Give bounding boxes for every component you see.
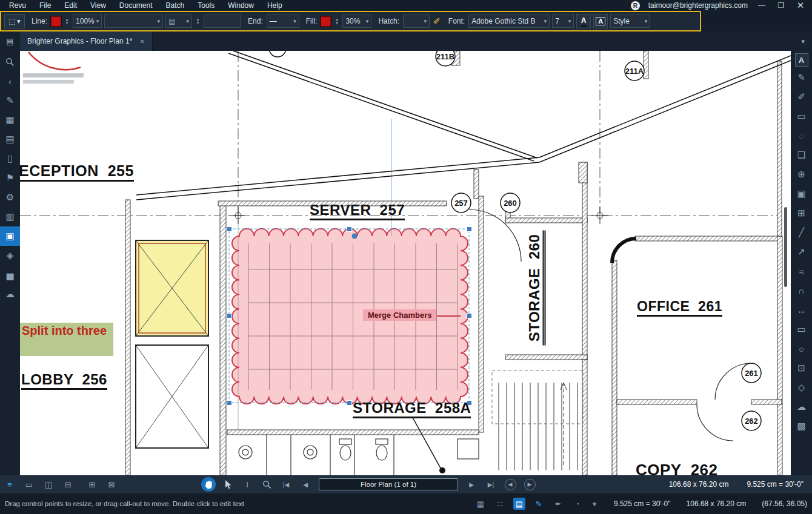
sets-icon[interactable]: ▅: [0, 265, 20, 285]
hatch-select[interactable]: ▾: [403, 15, 430, 28]
line-color-stepper[interactable]: ▴▾: [64, 18, 70, 25]
next-view-icon[interactable]: ▶: [520, 475, 539, 493]
file-properties-icon[interactable]: ▯: [0, 149, 20, 168]
insert-pages-icon[interactable]: ⊞: [82, 475, 102, 493]
vertical-scrollbar[interactable]: [784, 207, 787, 287]
fill-color-swatch[interactable]: [321, 16, 331, 27]
layers-icon[interactable]: ◈: [0, 246, 20, 265]
menu-item-view[interactable]: View: [84, 0, 113, 11]
image-tool-icon[interactable]: ▣: [791, 184, 812, 203]
compass-icon[interactable]: ◔: [571, 499, 584, 509]
zoom-tool-icon[interactable]: [257, 475, 276, 493]
menu-item-revu[interactable]: Revu: [2, 0, 33, 11]
eraser-tool-icon[interactable]: ▭: [791, 107, 812, 126]
selection-mode-button[interactable]: ⬚▾: [4, 14, 25, 28]
markup-tools-icon[interactable]: ✎: [0, 91, 20, 110]
grid-icon[interactable]: ▦: [474, 499, 487, 509]
highlighter-tool-icon[interactable]: ✐: [791, 87, 812, 107]
pan-tool-icon[interactable]: [199, 475, 218, 493]
highlighter-icon[interactable]: ✐: [433, 16, 441, 26]
line-tool-icon[interactable]: ╱: [791, 223, 812, 242]
hatch-tool-icon[interactable]: ▩: [791, 417, 812, 436]
lasso-tool-icon[interactable]: ◌: [791, 126, 812, 145]
page-navigation-box[interactable]: Floor Plan (1 of 1): [319, 478, 458, 490]
pdf-canvas[interactable]: 211B 211A 257 260 261 262 ECEPTION 255 S…: [20, 51, 791, 475]
cloud-tool-icon[interactable]: ☁: [791, 397, 812, 417]
polygon-tool-icon[interactable]: ◇: [791, 378, 812, 397]
font-size-select[interactable]: 7▾: [552, 15, 574, 28]
panel-toggle-icon[interactable]: ▤: [0, 37, 20, 46]
flags-icon[interactable]: ⚑: [0, 168, 20, 188]
line-pattern-select[interactable]: ▤▾: [165, 15, 192, 28]
menu-item-window[interactable]: Window: [221, 0, 261, 11]
font-color-button[interactable]: A: [576, 14, 591, 28]
line-opacity-select[interactable]: 100%▾: [73, 15, 102, 28]
snap-to-grid-icon[interactable]: ∷: [494, 499, 506, 509]
previous-view-icon[interactable]: ◀: [501, 475, 520, 493]
tab-overflow-icon[interactable]: ▾: [801, 38, 812, 45]
collapse-panel-icon[interactable]: ‹: [0, 71, 20, 91]
select-tool-icon[interactable]: [218, 475, 238, 493]
close-icon[interactable]: ✕: [795, 0, 806, 11]
extract-pages-icon[interactable]: ⊠: [102, 475, 121, 493]
line-style-select[interactable]: ▾: [104, 15, 163, 28]
menu-item-document[interactable]: Document: [113, 0, 159, 11]
settings-gear-icon[interactable]: ⚙: [0, 188, 20, 207]
tool-chest-icon[interactable]: ▣: [0, 226, 20, 246]
single-pane-icon[interactable]: ▭: [19, 475, 39, 493]
style-select[interactable]: Style▾: [610, 15, 650, 28]
minimize-icon[interactable]: —: [756, 1, 767, 10]
split-note-highlight[interactable]: Split into three: [20, 323, 113, 356]
menu-item-help[interactable]: Help: [261, 0, 289, 11]
markups-list-toggle-icon[interactable]: ≡: [0, 475, 19, 493]
statusbar-scale: 9.525 cm = 30'-0": [614, 499, 671, 508]
line-color-swatch[interactable]: [51, 16, 61, 27]
tab-close-icon[interactable]: ✕: [139, 38, 144, 45]
menu-item-file[interactable]: File: [33, 0, 58, 11]
callout-tool-icon[interactable]: ❏: [791, 145, 812, 165]
fill-opacity-select[interactable]: 30%▾: [342, 15, 371, 28]
thumbnails-icon[interactable]: ▦: [0, 110, 20, 130]
bookmarks-icon[interactable]: ▤: [0, 130, 20, 149]
arc-tool-icon[interactable]: ∩: [791, 281, 812, 300]
studio-icon[interactable]: ☁: [0, 285, 20, 304]
previous-page-icon[interactable]: ◀: [296, 475, 315, 493]
fill-opacity-value: 30%: [345, 17, 360, 25]
next-page-icon[interactable]: ▶: [462, 475, 481, 493]
note-tool-icon[interactable]: ⊕: [791, 165, 812, 184]
select-text-icon[interactable]: I: [238, 475, 257, 493]
end-style-select[interactable]: —▾: [267, 15, 299, 28]
text-profile-tool[interactable]: A: [791, 52, 812, 68]
text-box-button[interactable]: A: [593, 14, 608, 28]
snap-to-markup-icon[interactable]: ✎: [533, 499, 545, 509]
merge-note-text[interactable]: Merge Chambers: [363, 309, 436, 321]
snap-to-content-icon[interactable]: ▤: [513, 498, 525, 510]
polyline-tool-icon[interactable]: ≈: [791, 262, 812, 281]
menu-item-tools[interactable]: Tools: [191, 0, 221, 11]
account-email[interactable]: taimoor@brightergraphics.com: [648, 1, 748, 10]
menu-item-batch[interactable]: Batch: [159, 0, 191, 11]
pen-tool-icon[interactable]: ✎: [791, 68, 812, 87]
statusbar-page-size: 106.68 x 76.20 cm: [687, 499, 747, 508]
rectangle-tool-icon[interactable]: ▭: [791, 320, 812, 339]
markups-list-icon[interactable]: ▥: [0, 207, 20, 226]
last-page-icon[interactable]: ▶|: [481, 475, 501, 493]
fill-color-stepper[interactable]: ▴▾: [333, 18, 340, 25]
snapshot-tool-icon[interactable]: ⊡: [791, 358, 812, 378]
document-tab[interactable]: Brighter Graphics - Floor Plan 1* ✕: [20, 31, 153, 51]
search-icon[interactable]: [0, 52, 20, 71]
first-page-icon[interactable]: |◀: [276, 475, 296, 493]
split-horizontal-icon[interactable]: ⊟: [58, 475, 78, 493]
ink-icon[interactable]: ✒: [552, 499, 564, 509]
line-width-stepper[interactable]: ▴▾: [195, 18, 201, 25]
line-width-input[interactable]: [204, 15, 241, 28]
split-vertical-icon[interactable]: ◫: [39, 475, 58, 493]
chevron-down-icon[interactable]: ▾: [591, 499, 598, 509]
menu-item-edit[interactable]: Edit: [58, 0, 84, 11]
ellipse-tool-icon[interactable]: ○: [791, 339, 812, 358]
arrow-tool-icon[interactable]: ↗: [791, 242, 812, 262]
crop-tool-icon[interactable]: ⊞: [791, 203, 812, 223]
maximize-icon[interactable]: ❐: [776, 1, 787, 10]
dimension-tool-icon[interactable]: ↔: [791, 300, 812, 320]
font-select[interactable]: Adobe Gothic Std B▾: [468, 15, 550, 28]
